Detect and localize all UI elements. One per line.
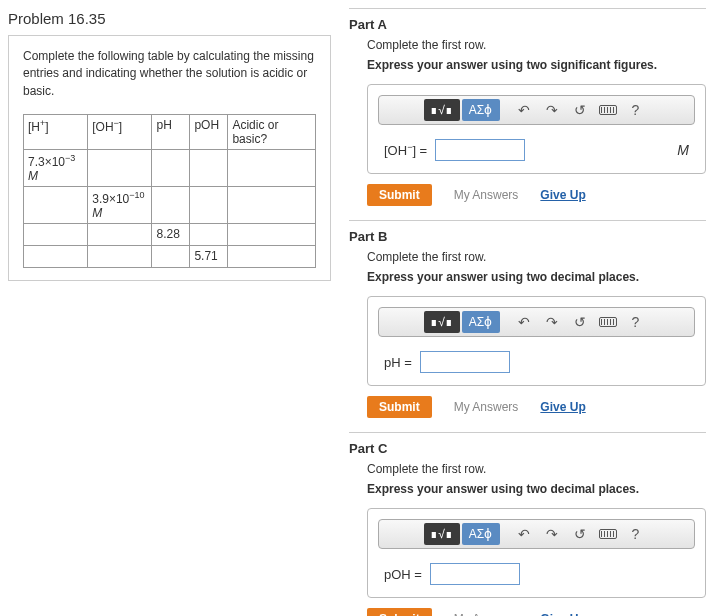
give-up-link[interactable]: Give Up	[540, 612, 585, 616]
table-row: 8.28	[24, 224, 316, 246]
part-instruction: Complete the first row.	[367, 38, 706, 52]
submit-button[interactable]: Submit	[367, 396, 432, 418]
part-a: Part A Complete the first row. Express y…	[349, 9, 706, 221]
part-c: Part C Complete the first row. Express y…	[349, 433, 706, 616]
answer-input[interactable]	[420, 351, 510, 373]
my-answers-link[interactable]: My Answers	[454, 188, 519, 202]
part-header: Part B	[349, 229, 706, 244]
problem-title: Problem 16.35	[8, 8, 331, 35]
templates-button[interactable]: ∎√∎	[424, 311, 460, 333]
table-row: 7.3×10−3M	[24, 150, 316, 187]
answer-input[interactable]	[435, 139, 525, 161]
cell-ph: 8.28	[152, 224, 190, 246]
part-format-hint: Express your answer using two decimal pl…	[367, 270, 706, 284]
reset-icon[interactable]: ↺	[566, 522, 594, 546]
give-up-link[interactable]: Give Up	[540, 188, 585, 202]
reset-icon[interactable]: ↺	[566, 310, 594, 334]
col-oh: [OH−]	[92, 120, 122, 134]
cell-h-unit: M	[28, 169, 38, 183]
templates-button[interactable]: ∎√∎	[424, 99, 460, 121]
formula-toolbar: ∎√∎ ΑΣϕ ↶ ↷ ↺ ?	[378, 307, 695, 337]
answer-box: ∎√∎ ΑΣϕ ↶ ↷ ↺ ? [OH−] = M	[367, 84, 706, 174]
help-icon[interactable]: ?	[622, 310, 650, 334]
col-ph: pH	[156, 118, 171, 132]
answer-label: [OH−] =	[384, 142, 427, 158]
my-answers-link[interactable]: My Answers	[454, 612, 519, 616]
data-table: [H+] [OH−] pH pOH Acidic or basic? 7.3×1…	[23, 114, 316, 268]
cell-poh: 5.71	[190, 246, 228, 268]
my-answers-link[interactable]: My Answers	[454, 400, 519, 414]
undo-icon[interactable]: ↶	[510, 98, 538, 122]
cell-oh: 3.9×10−10	[92, 192, 144, 206]
answer-box: ∎√∎ ΑΣϕ ↶ ↷ ↺ ? pH =	[367, 296, 706, 386]
undo-icon[interactable]: ↶	[510, 522, 538, 546]
col-acidbase: Acidic or basic?	[232, 118, 278, 146]
help-icon[interactable]: ?	[622, 98, 650, 122]
keyboard-icon[interactable]	[594, 310, 622, 334]
col-poh: pOH	[194, 118, 219, 132]
part-format-hint: Express your answer using two significan…	[367, 58, 706, 72]
problem-statement-box: Complete the following table by calculat…	[8, 35, 331, 281]
greek-button[interactable]: ΑΣϕ	[462, 523, 500, 545]
give-up-link[interactable]: Give Up	[540, 400, 585, 414]
redo-icon[interactable]: ↷	[538, 310, 566, 334]
part-instruction: Complete the first row.	[367, 462, 706, 476]
answer-label: pOH =	[384, 567, 422, 582]
formula-toolbar: ∎√∎ ΑΣϕ ↶ ↷ ↺ ?	[378, 95, 695, 125]
part-b: Part B Complete the first row. Express y…	[349, 221, 706, 433]
col-h: [H+]	[28, 120, 49, 134]
part-header: Part C	[349, 441, 706, 456]
redo-icon[interactable]: ↷	[538, 98, 566, 122]
table-row: 3.9×10−10M	[24, 187, 316, 224]
keyboard-icon[interactable]	[594, 98, 622, 122]
redo-icon[interactable]: ↷	[538, 522, 566, 546]
part-header: Part A	[349, 17, 706, 32]
cell-h: 7.3×10−3	[28, 155, 75, 169]
answer-input[interactable]	[430, 563, 520, 585]
undo-icon[interactable]: ↶	[510, 310, 538, 334]
help-icon[interactable]: ?	[622, 522, 650, 546]
submit-button[interactable]: Submit	[367, 184, 432, 206]
templates-button[interactable]: ∎√∎	[424, 523, 460, 545]
cell-oh-unit: M	[92, 206, 102, 220]
problem-intro: Complete the following table by calculat…	[23, 48, 316, 100]
table-header-row: [H+] [OH−] pH pOH Acidic or basic?	[24, 115, 316, 150]
formula-toolbar: ∎√∎ ΑΣϕ ↶ ↷ ↺ ?	[378, 519, 695, 549]
submit-button[interactable]: Submit	[367, 608, 432, 616]
answer-unit: M	[677, 142, 695, 158]
answer-box: ∎√∎ ΑΣϕ ↶ ↷ ↺ ? pOH =	[367, 508, 706, 598]
greek-button[interactable]: ΑΣϕ	[462, 311, 500, 333]
part-instruction: Complete the first row.	[367, 250, 706, 264]
table-row: 5.71	[24, 246, 316, 268]
reset-icon[interactable]: ↺	[566, 98, 594, 122]
keyboard-icon[interactable]	[594, 522, 622, 546]
answer-label: pH =	[384, 355, 412, 370]
greek-button[interactable]: ΑΣϕ	[462, 99, 500, 121]
part-format-hint: Express your answer using two decimal pl…	[367, 482, 706, 496]
